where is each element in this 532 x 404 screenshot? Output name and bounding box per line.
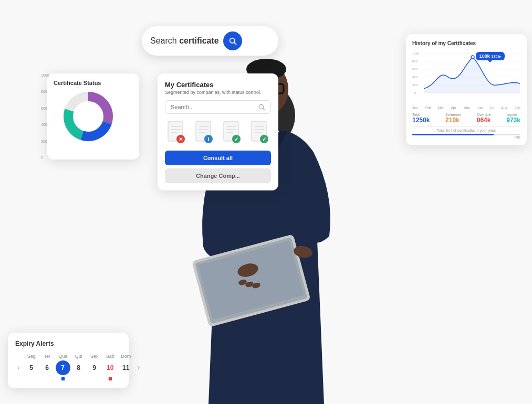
cal-day-7[interactable]: Dom 11	[119, 354, 133, 381]
donut-chart	[62, 90, 125, 153]
chart-x-labels: JanFebMarAprMayJunJulAugSep	[412, 106, 520, 110]
chart-stats: Total 1250k Screened 210k Overdue 064k I…	[412, 113, 520, 124]
plan-progress-fill	[412, 134, 494, 135]
svg-text:800: 800	[412, 60, 418, 63]
svg-text:✓: ✓	[234, 136, 238, 142]
cert-doc-icon-3: ✓	[223, 120, 242, 143]
calendar-nav: ‹ Seg 5 Ter 6 Qua 7	[15, 354, 121, 381]
svg-text:✓: ✓	[262, 136, 266, 142]
cal-next-arrow[interactable]: ›	[135, 363, 142, 371]
svg-text:✕: ✕	[179, 136, 183, 142]
history-title: History of my Certificates	[412, 40, 520, 46]
tooltip-value: 100k	[479, 54, 490, 59]
svg-point-20	[75, 103, 102, 130]
certs-search-input[interactable]	[171, 104, 255, 110]
stat-issued: Issued 973k	[506, 113, 520, 124]
history-chart: 100k 335 ▶ 1000 800 600 400 200 0	[412, 49, 520, 102]
cert-doc-icon-2: i	[195, 120, 214, 143]
my-certs-card: My Certificates Segmented by companies, …	[158, 73, 278, 190]
search-bold: certificate	[179, 36, 219, 45]
stat-total: Total 1250k	[412, 113, 430, 124]
expiry-card: Expiry Alerts ‹ Seg 5 Ter 6 Qua 7	[8, 333, 129, 388]
svg-line-22	[263, 109, 265, 110]
change-company-button[interactable]: Change Comp...	[165, 168, 271, 183]
plan-progress-bar	[412, 134, 520, 135]
cal-day-4[interactable]: Qui 8	[71, 354, 86, 381]
cal-prev-arrow[interactable]: ‹	[15, 363, 22, 371]
cert-icon-1: ✕	[167, 120, 186, 143]
cal-days-row: Seg 5 Ter 6 Qua 7 Qui 8	[24, 354, 133, 381]
svg-line-15	[234, 42, 236, 45]
history-card: History of my Certificates 100k 335 ▶ 10…	[406, 34, 527, 145]
tooltip-sub: 335 ▶	[491, 55, 501, 58]
svg-text:200: 200	[412, 83, 418, 87]
my-certs-subtitle: Segmented by companies, with status cont…	[165, 90, 271, 95]
search-icon[interactable]	[223, 31, 242, 50]
search-card: Search certificate	[142, 26, 278, 56]
svg-text:0: 0	[414, 91, 416, 94]
cert-doc-icon-4: ✓	[251, 120, 269, 143]
search-label: Search certificate	[150, 36, 219, 46]
svg-point-59	[471, 56, 474, 59]
svg-text:i: i	[207, 136, 209, 142]
svg-text:600: 600	[412, 68, 418, 71]
plan-info: Total limit of certificates in your plan…	[412, 126, 520, 135]
cert-icon-2: i	[195, 120, 214, 143]
certs-search-bar[interactable]	[165, 100, 271, 114]
cert-icons-row: ✕ i	[165, 120, 271, 143]
stat-overdue: Overdue 064k	[477, 113, 491, 124]
chart-tooltip: 100k 335 ▶	[476, 52, 505, 60]
cal-day-6[interactable]: Sab 10	[103, 354, 118, 381]
y-axis-labels: 1000 800 600 400 200 0	[41, 73, 49, 160]
cert-doc-icon-1: ✕	[167, 120, 186, 143]
expiry-title: Expiry Alerts	[15, 340, 121, 347]
cert-icon-3: ✓	[223, 120, 242, 143]
cal-day-5[interactable]: Sex 9	[87, 354, 102, 381]
stat-screened: Screened 210k	[445, 113, 461, 124]
svg-text:400: 400	[412, 76, 418, 79]
cal-day-1[interactable]: Seg 5	[24, 354, 39, 381]
svg-rect-60	[61, 377, 65, 380]
cert-status-title: Certificate Status	[54, 80, 133, 86]
cert-status-card: Certificate Status 1000 800 600 400 200 …	[47, 73, 139, 160]
svg-text:1000: 1000	[412, 52, 420, 55]
my-certs-title: My Certificates	[165, 81, 271, 89]
cal-day-3[interactable]: Qua 7	[56, 354, 70, 381]
svg-rect-61	[109, 377, 112, 380]
cal-day-2[interactable]: Ter 6	[40, 354, 55, 381]
cert-icon-4: ✓	[251, 120, 269, 143]
consult-all-button[interactable]: Consult all	[165, 151, 271, 165]
